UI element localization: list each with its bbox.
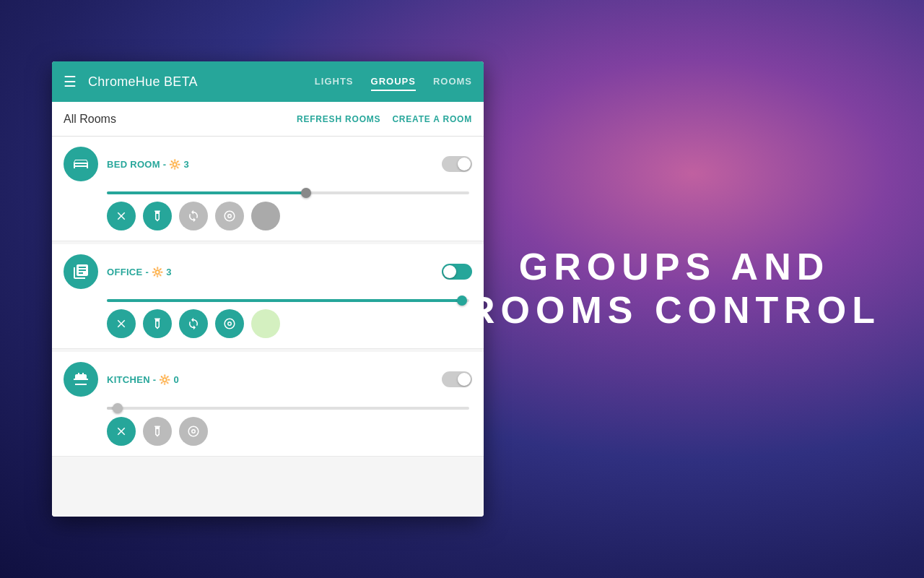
hero-line2: ROOMS CONTROL (468, 289, 881, 332)
action-row-office (64, 309, 472, 338)
target-button-office[interactable] (215, 309, 244, 338)
slider-fill-office (107, 299, 462, 302)
sync-button-office[interactable] (179, 309, 208, 338)
room-name-kitchen: KITCHEN - 🔆 0 (107, 374, 433, 385)
close-button-bedroom[interactable] (107, 202, 136, 230)
room-card-office: OFFICE - 🔆 3 (52, 244, 484, 349)
slider-thumb-bedroom[interactable] (301, 188, 311, 198)
close-button-office[interactable] (107, 309, 136, 338)
slider-fill-bedroom (107, 191, 306, 194)
action-row-bedroom (64, 202, 472, 230)
flashlight-button-office[interactable] (143, 309, 172, 338)
room-header-office: OFFICE - 🔆 3 (64, 254, 472, 289)
books-icon (72, 263, 90, 280)
room-name-bedroom: BED ROOM - 🔆 3 (107, 159, 433, 170)
flashlight-icon (151, 210, 164, 223)
close-icon-kitchen (115, 425, 128, 438)
flashlight-icon-office (151, 317, 164, 330)
sync-icon (187, 210, 200, 223)
room-info-kitchen: KITCHEN - 🔆 0 (107, 374, 433, 385)
target-button-kitchen[interactable] (179, 417, 208, 446)
room-toggle-kitchen[interactable] (442, 371, 472, 387)
topbar-nav: LIGHTS GROUPS ROOMS (315, 73, 472, 91)
bed-icon (72, 155, 90, 173)
menu-icon[interactable]: ☰ (64, 73, 77, 90)
flashlight-button-bedroom[interactable] (143, 202, 172, 230)
action-row-kitchen (64, 417, 472, 446)
room-icon-bedroom (64, 147, 98, 181)
flashlight-button-kitchen[interactable] (143, 417, 172, 446)
room-info-office: OFFICE - 🔆 3 (107, 267, 433, 277)
slider-row-kitchen (64, 407, 472, 410)
subheader-title: All Rooms (64, 113, 297, 126)
target-icon (223, 210, 236, 223)
slider-track-kitchen[interactable] (107, 407, 469, 410)
sync-icon-office (187, 317, 200, 330)
hero-text: GROUPS AND ROOMS CONTROL (468, 246, 881, 332)
slider-row-bedroom (64, 191, 472, 194)
nav-rooms[interactable]: ROOMS (433, 73, 472, 91)
room-header-kitchen: KITCHEN - 🔆 0 (64, 362, 472, 397)
close-icon-office (115, 317, 128, 330)
pot-icon (72, 371, 90, 388)
color-button-office[interactable] (251, 309, 280, 338)
app-panel: ☰ ChromeHue BETA LIGHTS GROUPS ROOMS All… (52, 61, 484, 517)
slider-row-office (64, 299, 472, 302)
subheader: All Rooms REFRESH ROOMS CREATE A ROOM (52, 102, 484, 137)
nav-lights[interactable]: LIGHTS (315, 73, 354, 91)
target-icon-office (223, 317, 236, 330)
slider-thumb-office[interactable] (457, 296, 467, 306)
room-header-bedroom: BED ROOM - 🔆 3 (64, 147, 472, 181)
room-icon-kitchen (64, 362, 98, 397)
topbar: ☰ ChromeHue BETA LIGHTS GROUPS ROOMS (52, 61, 484, 102)
room-toggle-bedroom[interactable] (442, 156, 472, 172)
room-info-bedroom: BED ROOM - 🔆 3 (107, 159, 433, 170)
hero-line1: GROUPS AND (468, 246, 881, 289)
room-icon-office (64, 254, 98, 289)
room-card-bedroom: BED ROOM - 🔆 3 (52, 137, 484, 241)
room-name-office: OFFICE - 🔆 3 (107, 267, 433, 277)
close-button-kitchen[interactable] (107, 417, 136, 446)
sync-button-bedroom[interactable] (179, 202, 208, 230)
rooms-list: BED ROOM - 🔆 3 (52, 137, 484, 517)
create-room-button[interactable]: CREATE A ROOM (392, 111, 472, 127)
target-button-bedroom[interactable] (215, 202, 244, 230)
target-icon-kitchen (187, 425, 200, 438)
room-card-kitchen: KITCHEN - 🔆 0 (52, 352, 484, 457)
nav-groups[interactable]: GROUPS (371, 73, 416, 91)
app-title: ChromeHue BETA (88, 74, 315, 90)
flashlight-icon-kitchen (151, 425, 164, 438)
close-icon (115, 210, 128, 223)
slider-track-office[interactable] (107, 299, 469, 302)
color-button-bedroom[interactable] (251, 202, 280, 230)
slider-track-bedroom[interactable] (107, 191, 469, 194)
subheader-actions: REFRESH ROOMS CREATE A ROOM (297, 111, 472, 127)
slider-thumb-kitchen[interactable] (113, 403, 123, 413)
refresh-rooms-button[interactable]: REFRESH ROOMS (297, 111, 380, 127)
